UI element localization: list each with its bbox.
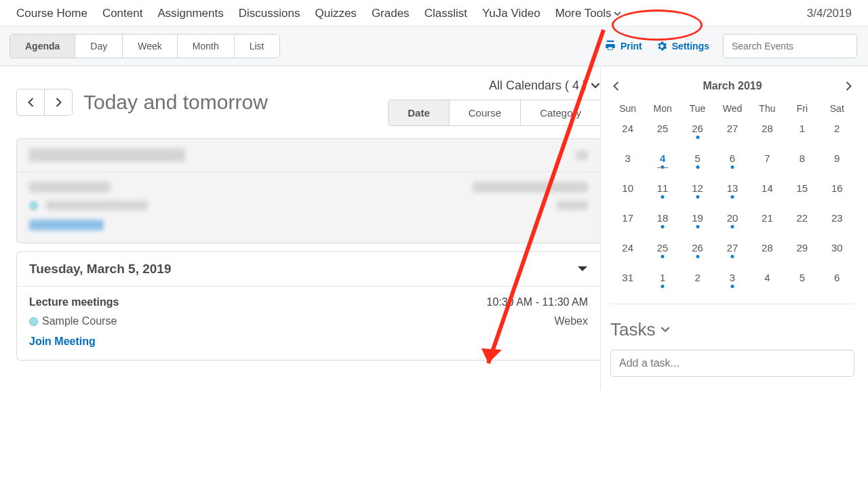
search-icon	[852, 40, 852, 52]
mini-day[interactable]: 8	[785, 150, 819, 165]
mini-day[interactable]: 13	[715, 180, 749, 195]
event-title: Lecture meetings	[29, 296, 119, 308]
prev-day-button[interactable]	[16, 89, 45, 116]
view-week[interactable]: Week	[123, 35, 178, 58]
day-header[interactable]: Tuesday, March 5, 2019	[17, 252, 600, 287]
mini-day[interactable]: 28	[750, 121, 785, 136]
mini-day[interactable]: 20	[715, 210, 749, 225]
mini-day[interactable]: 5	[680, 150, 715, 165]
mini-day[interactable]: 15	[785, 180, 819, 195]
day-card-redacted	[16, 138, 600, 243]
nav-yuja[interactable]: YuJa Video	[482, 7, 540, 20]
view-month[interactable]: Month	[178, 35, 235, 58]
mini-day[interactable]: 22	[785, 210, 819, 225]
mini-day[interactable]: 25	[645, 240, 679, 255]
mini-prev-month[interactable]	[610, 79, 622, 94]
event-location: Webex	[554, 315, 588, 327]
mini-next-month[interactable]	[843, 79, 854, 94]
dow: Tue	[680, 103, 715, 114]
mini-day[interactable]: 6	[820, 270, 854, 285]
chevron-down-icon	[614, 12, 621, 16]
mini-day[interactable]: 9	[820, 150, 854, 165]
day-card: Tuesday, March 5, 2019 Lecture meetings …	[16, 251, 600, 361]
sort-date[interactable]: Date	[389, 100, 450, 125]
mini-dow-row: Sun Mon Tue Wed Thu Fri Sat	[610, 103, 854, 114]
mini-day[interactable]: 21	[750, 210, 785, 225]
add-task-input[interactable]	[610, 350, 854, 377]
mini-day[interactable]: 12	[680, 180, 715, 195]
mini-day[interactable]: 27	[715, 240, 749, 255]
mini-day[interactable]: 11	[645, 180, 679, 195]
mini-day[interactable]: 31	[610, 270, 645, 285]
nav-grades[interactable]: Grades	[372, 7, 410, 20]
nav-classlist[interactable]: Classlist	[425, 7, 467, 20]
mini-day[interactable]: 7	[750, 150, 785, 165]
mini-day[interactable]: 18	[645, 210, 679, 225]
chevron-left-icon	[613, 81, 619, 91]
nav-assignments[interactable]: Assignments	[157, 7, 223, 20]
calendar-filter[interactable]: All Calendars ( 4 )	[489, 79, 600, 93]
join-meeting-link[interactable]: Join Meeting	[29, 336, 96, 348]
nav-course-home[interactable]: Course Home	[16, 7, 87, 20]
sort-category[interactable]: Category	[521, 100, 600, 125]
next-day-button[interactable]	[44, 89, 73, 116]
mini-day[interactable]: 27	[715, 121, 749, 136]
mini-day[interactable]: 23	[820, 210, 854, 225]
dow: Mon	[645, 103, 679, 114]
view-agenda[interactable]: Agenda	[10, 35, 75, 58]
dow: Sun	[610, 103, 645, 114]
mini-day[interactable]: 26	[680, 121, 715, 136]
mini-day[interactable]: 19	[680, 210, 715, 225]
mini-day[interactable]: 2	[820, 121, 854, 136]
day-header-label: Tuesday, March 5, 2019	[29, 262, 171, 277]
mini-day[interactable]: 14	[750, 180, 785, 195]
sort-course[interactable]: Course	[450, 100, 521, 125]
dow: Wed	[715, 103, 749, 114]
settings-button[interactable]: Settings	[656, 40, 709, 52]
nav-discussions[interactable]: Discussions	[239, 7, 300, 20]
agenda-header: Today and tomorrow All Calendars ( 4 ) D…	[16, 79, 600, 126]
print-icon	[604, 40, 616, 52]
mini-day[interactable]: 24	[610, 240, 645, 255]
nav-more-tools-label: More Tools	[555, 7, 612, 20]
mini-day[interactable]: 4	[645, 150, 679, 165]
mini-day[interactable]: 24	[610, 121, 645, 136]
view-switcher: Agenda Day Week Month List	[9, 34, 280, 58]
mini-day[interactable]: 25	[645, 121, 679, 136]
page-body: Today and tomorrow All Calendars ( 4 ) D…	[0, 66, 868, 390]
mini-day[interactable]: 16	[820, 180, 854, 195]
search-events[interactable]	[723, 34, 857, 58]
mini-day[interactable]: 4	[750, 270, 785, 285]
view-day[interactable]: Day	[75, 35, 123, 58]
dow: Sat	[820, 103, 854, 114]
dow: Thu	[750, 103, 785, 114]
nav-quizzes[interactable]: Quizzes	[315, 7, 356, 20]
calendar-filter-label: All Calendars ( 4 )	[489, 79, 587, 93]
search-input[interactable]	[730, 40, 852, 52]
mini-day[interactable]: 3	[715, 270, 749, 285]
event-time: 10:30 AM - 11:30 AM	[487, 296, 588, 308]
tasks-heading-label: Tasks	[610, 319, 655, 340]
mini-day[interactable]: 10	[610, 180, 645, 195]
sort-tabs: Date Course Category	[388, 100, 600, 126]
mini-day[interactable]: 1	[645, 270, 679, 285]
nav-more-tools[interactable]: More Tools	[555, 7, 622, 20]
side-panel: March 2019 Sun Mon Tue Wed Thu Fri Sat 2…	[601, 66, 868, 390]
mini-day[interactable]: 6	[715, 150, 749, 165]
nav-date[interactable]: 3/4/2019	[807, 7, 852, 20]
nav-content[interactable]: Content	[102, 7, 143, 20]
mini-day[interactable]: 26	[680, 240, 715, 255]
mini-day[interactable]: 3	[610, 150, 645, 165]
mini-day[interactable]: 28	[750, 240, 785, 255]
mini-day[interactable]: 1	[785, 121, 819, 136]
mini-day[interactable]: 5	[785, 270, 819, 285]
mini-day[interactable]: 2	[680, 270, 715, 285]
tasks-heading[interactable]: Tasks	[610, 319, 854, 340]
mini-day[interactable]: 29	[785, 240, 819, 255]
mini-day[interactable]: 17	[610, 210, 645, 225]
page-title: Today and tomorrow	[83, 91, 268, 114]
view-list[interactable]: List	[235, 35, 279, 58]
caret-down-icon	[577, 266, 588, 272]
mini-day[interactable]: 30	[820, 240, 854, 255]
print-button[interactable]: Print	[604, 40, 642, 52]
